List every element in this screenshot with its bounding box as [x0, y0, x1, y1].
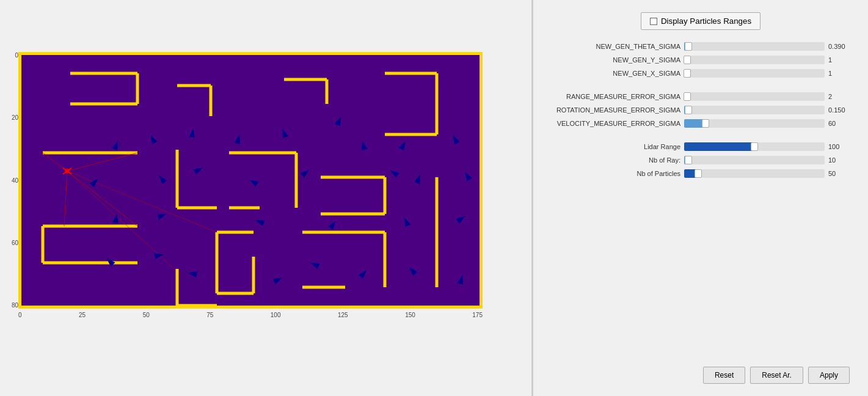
- apply-button[interactable]: Apply: [808, 367, 850, 384]
- svg-point-71: [65, 169, 70, 174]
- theta-sigma-slider[interactable]: [684, 42, 825, 51]
- param-row-x-sigma: NEW_GEN_X_SIGMA 1: [552, 69, 850, 78]
- svg-marker-40: [189, 128, 196, 138]
- svg-marker-60: [456, 213, 467, 224]
- param-row-rotation-error: ROTATION_MEASURE_ERROR_SIGMA 0.150: [552, 106, 850, 114]
- canvas-container: [18, 52, 483, 309]
- x-sigma-value: 1: [828, 70, 850, 77]
- y-sigma-slider[interactable]: [684, 56, 825, 64]
- velocity-error-slider[interactable]: [684, 119, 825, 128]
- svg-marker-46: [450, 134, 459, 145]
- svg-marker-64: [273, 275, 284, 284]
- nb-ray-label: Nb of Ray:: [558, 156, 680, 164]
- velocity-error-value: 60: [828, 120, 850, 127]
- svg-line-33: [64, 171, 67, 226]
- range-error-slider[interactable]: [684, 92, 825, 101]
- velocity-error-thumb[interactable]: [702, 119, 709, 128]
- param-row-velocity-error: VELOCITY_MEASURE_ERROR_SIGMA 60: [552, 119, 850, 128]
- theta-sigma-label: NEW_GEN_THETA_SIGMA: [558, 43, 680, 50]
- x-label-175: 175: [472, 312, 483, 318]
- rotation-error-label: ROTATION_MEASURE_ERROR_SIGMA: [556, 106, 680, 114]
- range-error-label: RANGE_MEASURE_ERROR_SIGMA: [558, 93, 680, 100]
- y-sigma-thumb[interactable]: [684, 56, 691, 64]
- svg-marker-38: [112, 140, 121, 151]
- y-label-20: 20: [12, 114, 18, 121]
- param-group-2: RANGE_MEASURE_ERROR_SIGMA 2 ROTATION_MEA…: [552, 92, 850, 133]
- x-sigma-thumb[interactable]: [684, 69, 691, 78]
- svg-marker-66: [359, 268, 369, 279]
- y-sigma-label: NEW_GEN_Y_SIGMA: [558, 56, 680, 64]
- lidar-label: Lidar Range: [558, 143, 680, 150]
- param-row-range-error: RANGE_MEASURE_ERROR_SIGMA 2: [552, 92, 850, 101]
- svg-marker-57: [254, 218, 265, 227]
- x-label-50: 50: [143, 312, 150, 318]
- svg-marker-48: [156, 174, 167, 185]
- nb-particles-label: Nb of Particles: [558, 170, 680, 177]
- svg-marker-39: [148, 134, 158, 145]
- lidar-thumb[interactable]: [751, 142, 758, 151]
- x-label-125: 125: [338, 312, 348, 318]
- range-error-value: 2: [828, 93, 850, 100]
- x-label-100: 100: [271, 312, 281, 318]
- svg-line-34: [67, 171, 137, 226]
- y-label-80: 80: [12, 302, 18, 309]
- nb-ray-thumb[interactable]: [685, 156, 692, 164]
- svg-marker-59: [401, 216, 410, 227]
- rotation-error-slider[interactable]: [684, 106, 825, 114]
- x-label-0: 0: [18, 312, 22, 318]
- y-axis: 0 20 40 60 80: [6, 52, 18, 309]
- reset-button[interactable]: Reset: [703, 367, 745, 384]
- section-gap-2: [552, 133, 850, 142]
- svg-marker-42: [280, 128, 289, 139]
- x-sigma-slider[interactable]: [684, 69, 825, 78]
- buttons-row: Reset Reset Ar. Apply: [552, 361, 850, 384]
- param-group-3: Lidar Range 100 Nb of Ray: 10 Nb of Part…: [552, 142, 850, 183]
- svg-marker-67: [407, 265, 417, 276]
- lidar-fill: [684, 142, 754, 151]
- svg-marker-53: [414, 174, 423, 185]
- x-axis: 0 25 50 75 100 125 150 175: [18, 312, 483, 318]
- rotation-error-value: 0.150: [828, 106, 850, 114]
- nb-ray-slider[interactable]: [684, 156, 825, 164]
- svg-line-35: [67, 153, 137, 171]
- svg-line-37: [67, 171, 217, 232]
- svg-marker-68: [457, 274, 465, 285]
- svg-marker-51: [300, 167, 311, 178]
- param-row-lidar: Lidar Range 100: [552, 142, 850, 151]
- controls-panel: Display Particles Ranges NEW_GEN_THETA_S…: [533, 0, 868, 396]
- svg-marker-52: [388, 167, 399, 178]
- section-gap-1: [552, 82, 850, 92]
- velocity-error-label: VELOCITY_MEASURE_ERROR_SIGMA: [557, 120, 680, 127]
- y-label-40: 40: [12, 177, 18, 184]
- maze-svg: [18, 52, 483, 309]
- display-particles-button[interactable]: Display Particles Ranges: [641, 12, 760, 30]
- param-row-theta-sigma: NEW_GEN_THETA_SIGMA 0.390: [552, 42, 850, 51]
- rotation-error-thumb[interactable]: [685, 106, 692, 114]
- reset-ar-button[interactable]: Reset Ar.: [750, 367, 803, 384]
- nb-ray-value: 10: [828, 156, 850, 164]
- svg-marker-65: [309, 260, 320, 269]
- x-label-150: 150: [405, 312, 415, 318]
- theta-sigma-thumb[interactable]: [685, 42, 692, 51]
- nb-particles-value: 50: [828, 170, 850, 177]
- x-label-75: 75: [206, 312, 213, 318]
- range-error-thumb[interactable]: [684, 92, 691, 101]
- lidar-slider[interactable]: [684, 142, 825, 151]
- svg-marker-56: [157, 211, 168, 221]
- svg-marker-54: [462, 170, 472, 182]
- display-particles-checkbox-icon: [650, 18, 657, 25]
- svg-marker-50: [248, 177, 259, 187]
- y-label-60: 60: [12, 240, 18, 246]
- svg-marker-63: [187, 270, 197, 277]
- lidar-value: 100: [828, 143, 850, 150]
- svg-marker-41: [234, 134, 243, 144]
- nb-particles-slider[interactable]: [684, 169, 825, 178]
- x-sigma-label: NEW_GEN_X_SIGMA: [558, 70, 680, 77]
- y-sigma-value: 1: [828, 56, 850, 64]
- svg-marker-58: [328, 219, 338, 230]
- nb-particles-thumb[interactable]: [695, 169, 702, 178]
- display-particles-label: Display Particles Ranges: [661, 16, 751, 26]
- x-label-25: 25: [79, 312, 86, 318]
- svg-marker-49: [193, 165, 204, 175]
- param-row-y-sigma: NEW_GEN_Y_SIGMA 1: [552, 56, 850, 64]
